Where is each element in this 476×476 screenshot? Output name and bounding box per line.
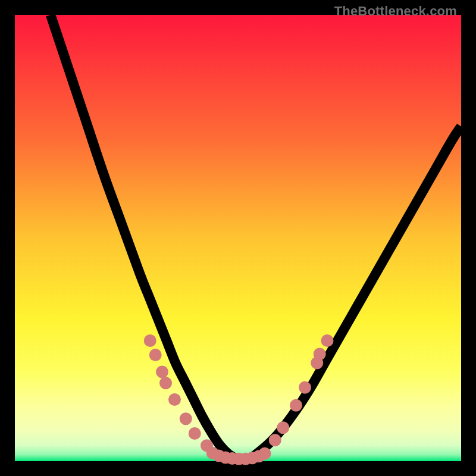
data-marker [151, 350, 161, 360]
data-marker [190, 428, 200, 439]
chart-svg [15, 15, 461, 461]
bottleneck-curve [51, 15, 461, 459]
data-marker [170, 394, 180, 405]
data-marker [161, 378, 171, 388]
data-marker [181, 414, 191, 424]
data-marker [157, 367, 167, 377]
data-marker [270, 435, 280, 445]
data-marker [278, 422, 288, 433]
data-marker [145, 336, 155, 346]
data-marker [322, 336, 332, 346]
data-marker [300, 383, 310, 393]
data-marker [315, 349, 325, 359]
data-marker [291, 400, 301, 411]
watermark-text: TheBottleneck.com [334, 4, 457, 19]
data-marker [259, 449, 270, 459]
